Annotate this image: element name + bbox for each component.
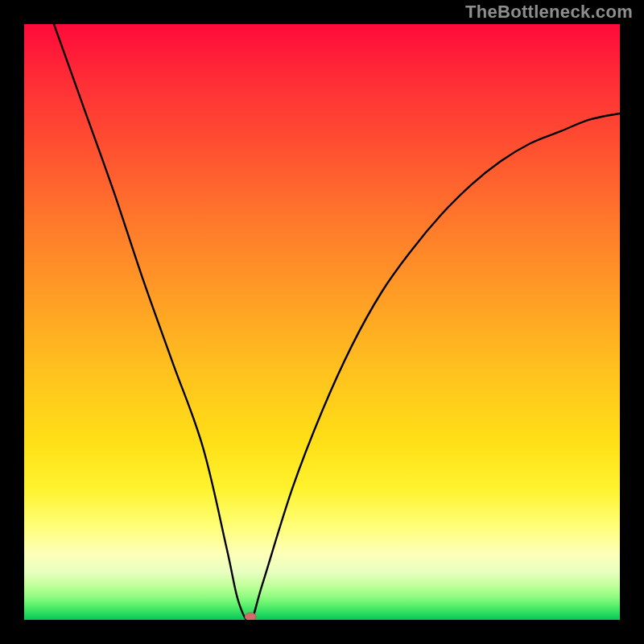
min-marker [245,613,256,620]
bottleneck-curve [54,24,620,620]
chart-container: TheBottleneck.com [0,0,644,644]
watermark-text: TheBottleneck.com [465,2,633,23]
curve-layer [24,24,620,620]
plot-area [24,24,620,620]
